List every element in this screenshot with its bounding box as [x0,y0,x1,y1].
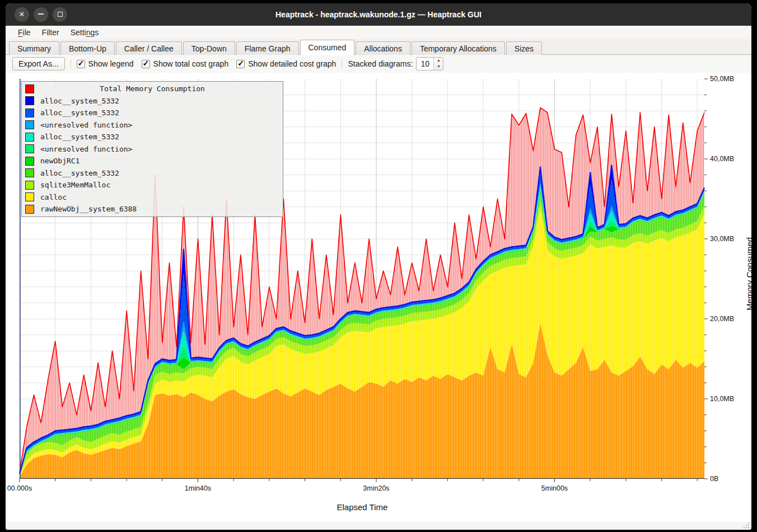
menu-filter[interactable]: Filter [36,27,65,38]
y-tick-label: 40,0MB [710,154,734,163]
legend-row[interactable]: alloc__system_5332 [22,167,283,180]
menu-file[interactable]: File [12,27,36,38]
tab-allocations[interactable]: Allocations [356,41,410,55]
tab-caller-callee[interactable]: Caller / Callee [116,41,182,55]
legend-swatch-icon [25,144,34,153]
legend-swatch-icon [25,192,34,201]
tab-top-down[interactable]: Top-Down [183,41,235,55]
checkbox-show-legend[interactable]: Show legend [77,59,134,68]
window-title: Heaptrack - heaptrack.wakunode.1.gz — He… [6,3,751,26]
chart-legend[interactable]: Total Memory Consumptionalloc__system_53… [21,81,283,217]
legend-swatch-icon [25,120,34,129]
title-bar: ✕ Heaptrack - heaptrack.wakunode.1.gz — … [6,3,751,26]
tab-temporary-allocations[interactable]: Temporary Allocations [412,41,505,55]
consumed-chart: 00.000s1min40s3min20s5min00s 0B10,0MB20,… [6,73,751,522]
stepper-arrows: ▲ ▼ [433,58,443,70]
x-tick-label: 00.000s [6,484,45,492]
y-tick-label: 50,0MB [710,74,734,83]
stacked-diagrams-stepper[interactable]: 10 ▲ ▼ [416,57,443,70]
y-tick-label: 0B [710,474,718,483]
y-tick-label: 10,0MB [710,394,734,403]
x-tick-label: 1min40s [172,484,223,492]
x-axis-title: Elapsed Time [337,502,388,512]
legend-swatch-icon [25,168,34,177]
stepper-down-icon[interactable]: ▼ [434,64,443,70]
y-axis-title: Memory Consumed [745,237,751,310]
legend-row[interactable]: calloc [22,191,283,204]
legend-row[interactable]: newObjRC1 [22,155,283,167]
legend-title-row[interactable]: Total Memory Consumption [22,83,283,95]
toolbar-separator [71,59,71,69]
legend-label: newObjRC1 [40,157,80,165]
tab-sizes[interactable]: Sizes [506,41,542,55]
checkbox-label: Show total cost graph [153,59,229,68]
legend-row[interactable]: alloc__system_5332 [22,95,283,107]
legend-row[interactable]: rawNewObj__system_6388 [22,203,283,215]
legend-label: Total Memory Consumption [40,84,264,93]
legend-label: alloc__system_5332 [40,97,119,105]
checkbox-box[interactable] [236,60,245,68]
legend-label: sqlite3MemMalloc [40,181,110,189]
toolbar-separator [342,59,342,69]
menu-bar: FileFilterSettings [6,26,751,39]
checkbox-show-detailed-cost-graph[interactable]: Show detailed cost graph [236,59,336,68]
stacked-diagrams-label: Stacked diagrams: [348,59,413,68]
legend-label: <unresolved function> [40,145,132,153]
legend-label: alloc__system_5332 [40,133,119,141]
tab-flame-graph[interactable]: Flame Graph [236,41,299,55]
legend-row[interactable]: alloc__system_5332 [22,107,283,119]
legend-row[interactable]: sqlite3MemMalloc [22,179,283,191]
status-bar [6,522,751,530]
legend-swatch-icon [25,181,34,190]
tab-summary[interactable]: Summary [9,41,59,55]
menu-settings[interactable]: Settings [65,27,105,38]
x-tick-label: 5min00s [529,484,580,492]
toolbar: Export As... Show legendShow total cost … [6,55,751,73]
legend-label: <unresolved function> [40,121,132,129]
legend-swatch-icon [25,205,34,214]
legend-row[interactable]: <unresolved function> [22,119,283,131]
stacked-diagrams-value[interactable]: 10 [417,58,433,70]
legend-label: calloc [40,193,67,201]
checkbox-box[interactable] [142,60,150,68]
legend-label: alloc__system_5332 [40,169,119,177]
resize-grip-icon[interactable] [743,522,750,529]
tab-bottom-up[interactable]: Bottom-Up [60,41,115,55]
checkbox-box[interactable] [77,60,85,68]
legend-swatch-icon [25,133,34,142]
y-tick-label: 30,0MB [710,234,734,243]
legend-row[interactable]: alloc__system_5332 [22,131,283,143]
checkbox-label: Show legend [88,59,134,68]
app-window: ✕ Heaptrack - heaptrack.wakunode.1.gz — … [6,3,751,530]
checkbox-show-total-cost-graph[interactable]: Show total cost graph [142,59,229,68]
y-tick-label: 20,0MB [710,314,734,323]
legend-label: rawNewObj__system_6388 [40,205,137,213]
legend-swatch-icon [25,84,34,93]
tab-consumed[interactable]: Consumed [300,40,355,55]
export-as-button[interactable]: Export As... [12,57,65,70]
x-tick-label: 3min20s [351,484,401,492]
tab-bar: SummaryBottom-UpCaller / CalleeTop-DownF… [6,39,751,55]
legend-row[interactable]: <unresolved function> [22,143,283,156]
legend-swatch-icon [25,109,34,117]
legend-swatch-icon [25,157,34,166]
stepper-up-icon[interactable]: ▲ [434,58,443,64]
legend-swatch-icon [25,96,34,105]
legend-label: alloc__system_5332 [40,109,119,117]
stacked-diagrams-group: Stacked diagrams: 10 ▲ ▼ [348,57,443,70]
checkbox-label: Show detailed cost graph [248,59,336,68]
